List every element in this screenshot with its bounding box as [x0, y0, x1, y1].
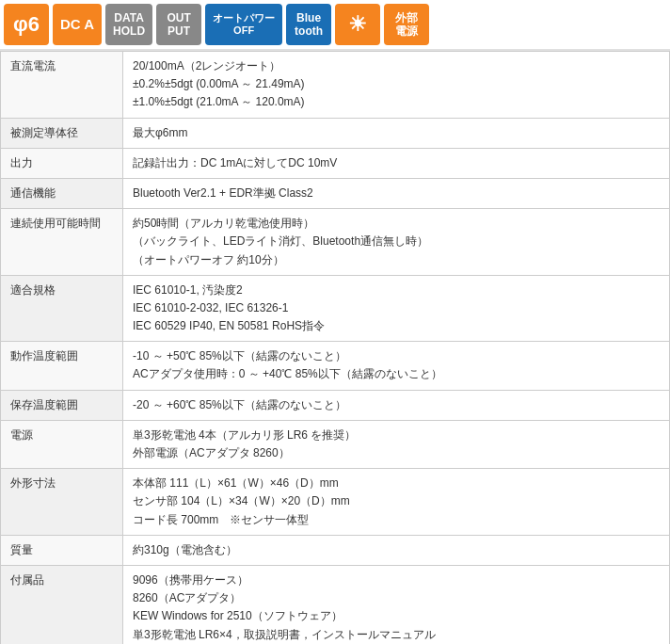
- spec-label-4: 連続使用可能時間: [1, 209, 123, 276]
- spec-label-1: 被測定導体径: [1, 118, 123, 148]
- btn-dcA[interactable]: DC A: [53, 4, 102, 45]
- spec-value-0: 20/100mA（2レンジオート）±0.2%±5dgt (0.00mA ～ 21…: [123, 52, 670, 119]
- spec-label-8: 電源: [1, 420, 123, 468]
- btn-phi6[interactable]: φ6: [4, 4, 49, 45]
- btn-bluetooth[interactable]: Blue tooth: [286, 4, 331, 45]
- btn-ext-power[interactable]: 外部 電源: [384, 4, 429, 45]
- spec-value-4: 約50時間（アルカリ乾電池使用時）（バックライト、LEDライト消灯、Blueto…: [123, 209, 670, 276]
- spec-value-6: -10 ～ +50℃ 85%以下（結露のないこと）ACアダプタ使用時：0 ～ +…: [123, 342, 670, 390]
- spec-value-5: IEC 61010-1, 汚染度2IEC 61010-2-032, IEC 61…: [123, 275, 670, 342]
- spec-value-8: 単3形乾電池 4本（アルカリ形 LR6 を推奨）外部電源（ACアダプタ 8260…: [123, 420, 670, 468]
- spec-value-3: Bluetooth Ver2.1 + EDR準拠 Class2: [123, 178, 670, 208]
- spec-value-10: 約310g（電池含む）: [123, 535, 670, 565]
- toolbar: φ6 DC A DATA HOLD OUT PUT オートパワー OFF Blu…: [0, 0, 670, 51]
- btn-output[interactable]: OUT PUT: [156, 4, 201, 45]
- btn-auto-off[interactable]: オートパワー OFF: [205, 4, 282, 45]
- spec-table: 直流電流20/100mA（2レンジオート）±0.2%±5dgt (0.00mA …: [0, 51, 670, 644]
- spec-label-2: 出力: [1, 148, 123, 178]
- spec-value-2: 記録計出力：DC 1mAに対してDC 10mV: [123, 148, 670, 178]
- spec-value-1: 最大φ6mm: [123, 118, 670, 148]
- spec-value-7: -20 ～ +60℃ 85%以下（結露のないこと）: [123, 390, 670, 420]
- btn-backlight[interactable]: ☀: [335, 4, 380, 45]
- spec-label-0: 直流電流: [1, 52, 123, 119]
- spec-label-5: 適合規格: [1, 275, 123, 342]
- spec-label-3: 通信機能: [1, 178, 123, 208]
- spec-label-10: 質量: [1, 535, 123, 565]
- btn-data-hold[interactable]: DATA HOLD: [105, 4, 152, 45]
- spec-label-9: 外形寸法: [1, 469, 123, 536]
- spec-value-9: 本体部 111（L）×61（W）×46（D）mmセンサ部 104（L）×34（W…: [123, 469, 670, 536]
- spec-label-6: 動作温度範囲: [1, 342, 123, 390]
- spec-label-11: 付属品: [1, 565, 123, 644]
- spec-label-7: 保存温度範囲: [1, 390, 123, 420]
- spec-value-11: 9096（携帯用ケース）8260（ACアダプタ）KEW Windows for …: [123, 565, 670, 644]
